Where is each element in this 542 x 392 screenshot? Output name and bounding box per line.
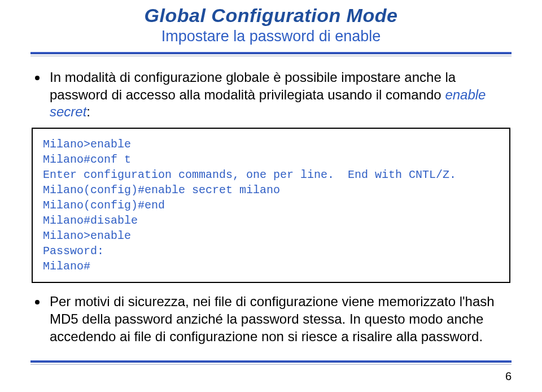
divider-bar-primary <box>30 52 512 54</box>
divider-bar-secondary <box>30 55 512 56</box>
intro-paragraph: In modalità di configurazione globale è … <box>50 69 508 121</box>
terminal-code-block: Milano>enableMilano#conf tEnter configur… <box>32 128 510 283</box>
title-block: Global Configuration Mode Impostare la p… <box>30 5 512 45</box>
closing-paragraph: Per motivi di sicurezza, nei file di con… <box>50 293 508 345</box>
code-line: Milano(config)#end <box>43 198 501 213</box>
content-list: In modalità di configurazione globale è … <box>30 69 512 121</box>
code-line: Password: <box>43 243 501 259</box>
divider-bar-secondary <box>30 364 512 365</box>
footer-divider <box>30 360 512 365</box>
bullet-icon <box>35 76 40 80</box>
code-line: Enter configuration commands, one per li… <box>43 167 501 182</box>
header-divider <box>30 52 512 56</box>
code-line: Milano>enable <box>43 228 501 243</box>
slide-page: Global Configuration Mode Impostare la p… <box>0 0 542 392</box>
code-line: Milano#disable <box>43 213 501 228</box>
intro-text-suffix: : <box>86 104 90 119</box>
page-number: 6 <box>505 370 512 383</box>
code-line: Milano# <box>43 259 501 274</box>
intro-text-prefix: In modalità di configurazione globale è … <box>50 69 456 102</box>
code-line: Milano#conf t <box>43 152 501 167</box>
list-item: In modalità di configurazione globale è … <box>34 69 508 121</box>
list-item: Per motivi di sicurezza, nei file di con… <box>34 293 508 345</box>
bullet-icon <box>35 300 40 304</box>
code-line: Milano>enable <box>43 137 501 152</box>
slide-title: Global Configuration Mode <box>30 5 512 27</box>
code-line: Milano(config)#enable secret milano <box>43 182 501 198</box>
slide-subtitle: Impostare la password di enable <box>30 28 512 45</box>
content-list-lower: Per motivi di sicurezza, nei file di con… <box>30 293 512 345</box>
divider-bar-primary <box>30 360 512 363</box>
